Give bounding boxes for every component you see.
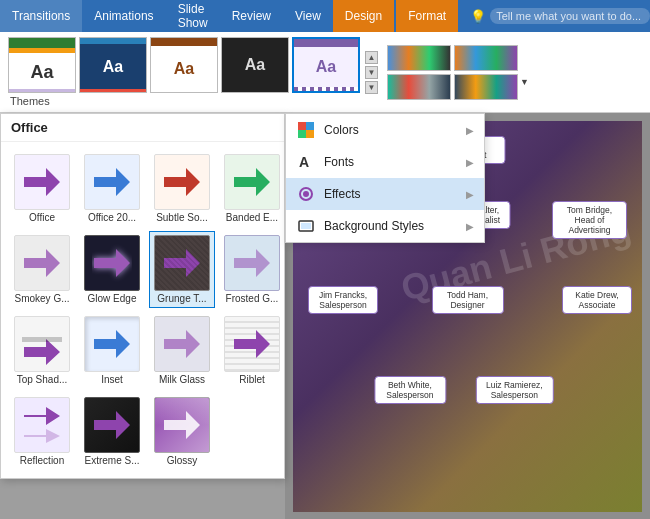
menu-item-colors[interactable]: Colors ▶ (286, 114, 484, 146)
svg-rect-17 (298, 122, 306, 130)
svg-marker-3 (234, 168, 270, 196)
theme-icon-frosted (224, 235, 280, 291)
fonts-arrow: ▶ (466, 157, 474, 168)
variant-3[interactable] (387, 74, 451, 100)
tab-animations[interactable]: Animations (82, 0, 165, 32)
colors-arrow: ▶ (466, 125, 474, 136)
tab-view[interactable]: View (283, 0, 333, 32)
theme-item-riblet[interactable]: Riblet (219, 312, 285, 389)
background-icon (296, 216, 316, 236)
theme-label-riblet: Riblet (223, 374, 281, 385)
svg-marker-2 (164, 168, 200, 196)
org-node-salesperson1: Jim Francks, Salesperson (308, 286, 378, 314)
theme-label-office: Office (13, 212, 71, 223)
variants-label: ▼ (520, 77, 529, 87)
colors-icon (296, 120, 316, 140)
theme-item-smokey[interactable]: Smokey G... (9, 231, 75, 308)
theme-item-glowedge[interactable]: Glow Edge (79, 231, 145, 308)
tab-format[interactable]: Format (396, 0, 458, 32)
org-node-beth: Beth White, Salesperson (374, 376, 446, 404)
scroll-more-btn[interactable]: ▼ (365, 81, 378, 94)
theme-icon-glossy (154, 397, 210, 453)
svg-marker-4 (24, 249, 60, 277)
themes-section-label: Themes (8, 95, 50, 107)
theme-thumb-1[interactable]: Aa (8, 37, 76, 93)
tab-design[interactable]: Design (333, 0, 394, 32)
dropdown-panel: Office Office Office 20... Subtle So... (0, 113, 285, 479)
theme-icon-grunge (154, 235, 210, 291)
theme-item-extremes[interactable]: Extreme S... (79, 393, 145, 470)
svg-marker-14 (24, 429, 60, 443)
svg-point-23 (303, 191, 309, 197)
theme-label-subtleso: Subtle So... (153, 212, 211, 223)
theme-item-milkglass[interactable]: Milk Glass (149, 312, 215, 389)
theme-icon-riblet (224, 316, 280, 372)
theme-label-frosted: Frosted G... (223, 293, 281, 304)
scroll-down-btn[interactable]: ▼ (365, 66, 378, 79)
theme-item-frosted[interactable]: Frosted G... (219, 231, 285, 308)
svg-rect-20 (306, 130, 314, 138)
theme-icon-topshad (14, 316, 70, 372)
ribbon: Transitions Animations Slide Show Review… (0, 0, 650, 113)
theme-icon-subtleso (154, 154, 210, 210)
svg-marker-8 (24, 339, 60, 365)
dropdown-section-title: Office (1, 114, 284, 142)
tell-me-input[interactable] (490, 8, 650, 24)
ribbon-content: Aa Aa Aa (0, 32, 650, 112)
theme-label-smokey: Smokey G... (13, 293, 71, 304)
theme-item-subtleso[interactable]: Subtle So... (149, 150, 215, 227)
svg-marker-1 (94, 168, 130, 196)
variant-4[interactable] (454, 74, 518, 100)
theme-label-bandede: Banded E... (223, 212, 281, 223)
svg-rect-19 (298, 130, 306, 138)
theme-icon-extremes (84, 397, 140, 453)
theme-grid: Office Office 20... Subtle So... Banded … (1, 142, 284, 478)
theme-scroll-area: ▲ ▼ ▼ (364, 49, 379, 96)
variant-1[interactable] (387, 45, 451, 71)
menu-item-effects[interactable]: Effects ▶ (286, 178, 484, 210)
org-node-advertising: Tom Bridge, Head of Advertising (552, 201, 627, 239)
theme-item-grunge[interactable]: Grunge T... (149, 231, 215, 308)
menu-item-background[interactable]: Background Styles ▶ (286, 210, 484, 242)
menu-item-fonts[interactable]: A Fonts ▶ (286, 146, 484, 178)
tab-slideshow[interactable]: Slide Show (166, 0, 220, 32)
menu-label-colors: Colors (324, 123, 359, 137)
theme-item-inset[interactable]: Inset (79, 312, 145, 389)
theme-item-office20[interactable]: Office 20... (79, 150, 145, 227)
tell-me-bar: 💡 (458, 0, 650, 32)
theme-thumb-3[interactable]: Aa (150, 37, 218, 93)
theme-item-reflection[interactable]: Reflection (9, 393, 75, 470)
theme-icon-smokey (14, 235, 70, 291)
theme-item-glossy[interactable]: Glossy (149, 393, 215, 470)
lightbulb-icon: 💡 (470, 9, 486, 24)
theme-item-bandede[interactable]: Banded E... (219, 150, 285, 227)
theme-icon-reflection (14, 397, 70, 453)
theme-icon-bandede (224, 154, 280, 210)
scroll-up-btn[interactable]: ▲ (365, 51, 378, 64)
svg-marker-12 (234, 330, 270, 358)
theme-thumb-5[interactable]: Aa (292, 37, 360, 93)
svg-marker-15 (94, 411, 130, 439)
theme-icon-glowedge (84, 235, 140, 291)
svg-text:A: A (299, 154, 309, 170)
svg-rect-18 (306, 122, 314, 130)
theme-thumb-2[interactable]: Aa (79, 37, 147, 93)
theme-item-office[interactable]: Office (9, 150, 75, 227)
menu-label-background: Background Styles (324, 219, 424, 233)
ribbon-tab-bar: Transitions Animations Slide Show Review… (0, 0, 650, 32)
theme-label-topshad: Top Shad... (13, 374, 71, 385)
theme-label-milkglass: Milk Glass (153, 374, 211, 385)
tab-review[interactable]: Review (220, 0, 283, 32)
tab-transitions[interactable]: Transitions (0, 0, 82, 32)
variant-2[interactable] (454, 45, 518, 71)
svg-marker-5 (94, 249, 130, 277)
effects-icon (296, 184, 316, 204)
theme-icon-milkglass (154, 316, 210, 372)
org-node-associate: Katie Drew, Associate (562, 286, 632, 314)
theme-label-extremes: Extreme S... (83, 455, 141, 466)
effects-arrow: ▶ (466, 189, 474, 200)
theme-icon-inset (84, 316, 140, 372)
theme-item-topshad[interactable]: Top Shad... (9, 312, 75, 389)
theme-thumb-4[interactable]: Aa (221, 37, 289, 93)
org-node-designer: Todd Ham, Designer (432, 286, 504, 314)
